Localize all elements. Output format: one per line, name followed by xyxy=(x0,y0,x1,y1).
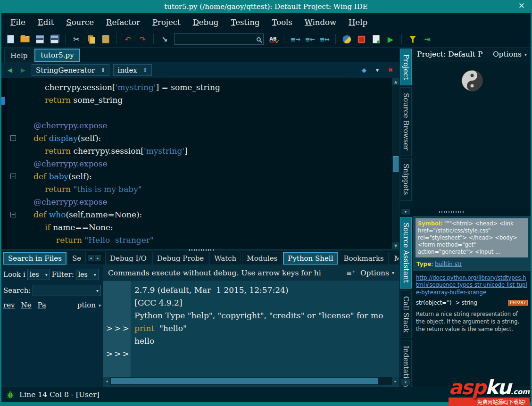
menu-help[interactable]: Help xyxy=(342,17,374,28)
shell-line[interactable]: >>>print "hello" xyxy=(103,322,399,335)
menu-debug[interactable]: Debug xyxy=(187,17,225,28)
scroll-left-button[interactable] xyxy=(103,377,110,385)
indent-match-icon[interactable]: ≡↔ xyxy=(319,33,330,45)
shell-history-menu-icon[interactable] xyxy=(347,269,356,277)
shell-line[interactable]: >>> xyxy=(103,348,399,360)
editor-vertical-scrollbar[interactable] xyxy=(392,78,399,249)
panel-tab-debug-probe[interactable]: Debug Probe xyxy=(152,252,208,265)
fold-marker[interactable]: − xyxy=(10,135,16,141)
menu-refactor[interactable]: Refactor xyxy=(100,17,146,28)
panel-tab-m[interactable]: M xyxy=(390,252,399,265)
close-split-icon[interactable]: ✖ xyxy=(386,66,395,74)
code-line[interactable]: if name==None: xyxy=(1,221,392,234)
save-icon[interactable] xyxy=(34,33,45,45)
code-tools-icon[interactable]: ◆ xyxy=(359,66,369,74)
redo-icon[interactable]: ↷ xyxy=(137,33,148,45)
menu-project[interactable]: Project xyxy=(146,17,187,28)
indent-right-icon[interactable]: ≡→ xyxy=(290,33,300,45)
collapse-assistant-panel-button[interactable] xyxy=(401,379,410,385)
step-into-icon[interactable]: ⇥ xyxy=(422,33,432,45)
shell-body[interactable]: 2.7.9 (default, Mar 1 2015, 12:57:24)[GC… xyxy=(103,281,399,377)
scroll-right-button[interactable] xyxy=(392,377,399,385)
menu-file[interactable]: File xyxy=(4,17,32,28)
shell-line[interactable]: hello xyxy=(103,335,399,348)
spellcheck-icon[interactable] xyxy=(268,33,278,45)
shell-line[interactable]: [GCC 4.9.2] xyxy=(103,297,399,309)
code-line[interactable]: cherrypy.session['mystring'] = some_stri… xyxy=(1,81,392,94)
fold-marker[interactable]: − xyxy=(10,212,16,217)
search-in-editor-icon[interactable]: ↘ xyxy=(159,33,170,45)
code-editor[interactable]: cherrypy.session['mystring'] = some_stri… xyxy=(1,78,399,249)
code-area[interactable]: cherrypy.session['mystring'] = some_stri… xyxy=(1,78,392,249)
menu-window[interactable]: Window xyxy=(299,17,342,28)
code-line[interactable] xyxy=(1,107,392,119)
menu-source[interactable]: Source xyxy=(60,17,100,28)
shell-line[interactable]: Python Type "help", "copyright", "credit… xyxy=(103,309,399,322)
code-line[interactable]: −def baby(self): xyxy=(1,170,392,183)
menu-edit[interactable]: Edit xyxy=(32,17,60,28)
fold-marker[interactable]: − xyxy=(10,174,16,179)
filter-select[interactable]: les xyxy=(76,269,99,280)
panel-tab-modules[interactable]: Modules xyxy=(242,252,282,265)
panel-divider-grip[interactable] xyxy=(439,211,465,213)
undo-icon[interactable]: ↶ xyxy=(123,33,133,45)
panel-tab-bookmarks[interactable]: Bookmarks xyxy=(339,252,388,265)
panel-tab-search-in-files[interactable]: Search in Files xyxy=(3,252,66,265)
look-in-select[interactable]: les xyxy=(27,269,50,280)
new-file-icon[interactable] xyxy=(5,33,16,45)
scroll-up-button[interactable] xyxy=(392,78,399,85)
type-link[interactable]: builtin str xyxy=(435,261,462,267)
code-line[interactable]: return some_string xyxy=(1,94,392,107)
horizontal-scrollbar-thumb[interactable] xyxy=(111,378,378,384)
python-environment-icon[interactable] xyxy=(341,33,352,45)
member-selector[interactable]: index xyxy=(113,64,151,76)
pep-badge[interactable]: PEP287 xyxy=(508,300,528,306)
search-action-pa[interactable]: Pa xyxy=(38,301,46,309)
documentation-link[interactable]: http://docs.python.org/library/stdtypes.… xyxy=(416,274,528,297)
vertical-tab-source-browser[interactable]: Source Browser xyxy=(400,87,412,156)
scroll-tabs-right-button[interactable] xyxy=(95,255,101,261)
history-forward-icon[interactable]: ▶ xyxy=(18,66,28,74)
vertical-tab-source-assistant[interactable]: Source Assistant xyxy=(400,217,412,289)
vertical-tab-snippets[interactable]: Snippets xyxy=(400,158,412,201)
vertical-tab-project[interactable]: Project xyxy=(400,49,412,85)
search-action-ne[interactable]: Ne xyxy=(21,301,32,309)
shell-line[interactable]: 2.7.9 (default, Mar 1 2015, 12:57:24) xyxy=(103,284,399,297)
code-line[interactable]: −def display(self): xyxy=(1,132,392,145)
shell-options-button[interactable]: Options xyxy=(360,269,394,277)
vertical-scrollbar-thumb[interactable] xyxy=(393,156,399,172)
debug-stop-icon[interactable] xyxy=(356,33,366,45)
shell-horizontal-scrollbar[interactable] xyxy=(103,377,399,385)
paste-icon[interactable] xyxy=(100,33,111,45)
indent-left-icon[interactable]: ≡← xyxy=(305,33,315,45)
code-line[interactable]: return "Hello stranger" xyxy=(1,234,392,247)
collapse-project-panel-button[interactable] xyxy=(401,209,410,215)
scroll-tabs-left-button[interactable] xyxy=(88,255,94,261)
show-source-icon[interactable] xyxy=(371,33,381,45)
panel-tab-debug-i-o[interactable]: Debug I/O xyxy=(105,252,151,265)
toolbar-search-input[interactable] xyxy=(177,36,255,43)
editor-tab-help[interactable]: Help xyxy=(4,49,33,62)
class-selector[interactable]: StringGenerator xyxy=(32,64,109,76)
project-tree-area[interactable] xyxy=(413,61,531,207)
panel-tab-python-shell[interactable]: Python Shell xyxy=(283,252,338,265)
filter-icon[interactable] xyxy=(407,33,418,45)
save-all-icon[interactable] xyxy=(49,33,59,45)
code-line[interactable]: @cherrypy.expose xyxy=(1,196,392,208)
vertical-tab-call-stack[interactable]: Call Stack xyxy=(400,290,412,339)
debugger-status-icon[interactable] xyxy=(6,391,15,398)
close-window-button[interactable]: × xyxy=(518,1,525,9)
editor-tab-tutor5-py[interactable]: tutor5.py xyxy=(34,49,80,62)
search-text-select[interactable] xyxy=(33,285,101,296)
copy-icon[interactable] xyxy=(86,33,96,45)
code-line[interactable]: @cherrypy.expose xyxy=(1,157,392,170)
panel-tab-watch[interactable]: Watch xyxy=(209,252,241,265)
split-menu-icon[interactable]: ▾ xyxy=(373,66,382,74)
code-line[interactable]: return "this is my baby" xyxy=(1,183,392,196)
run-debug-icon[interactable]: ▶ xyxy=(385,33,396,45)
open-file-icon[interactable] xyxy=(20,33,30,45)
menu-testing[interactable]: Testing xyxy=(224,17,266,28)
scroll-down-button[interactable] xyxy=(392,242,399,249)
panel-tab-se[interactable]: Se xyxy=(67,252,86,265)
cut-icon[interactable]: ✂ xyxy=(71,33,82,45)
